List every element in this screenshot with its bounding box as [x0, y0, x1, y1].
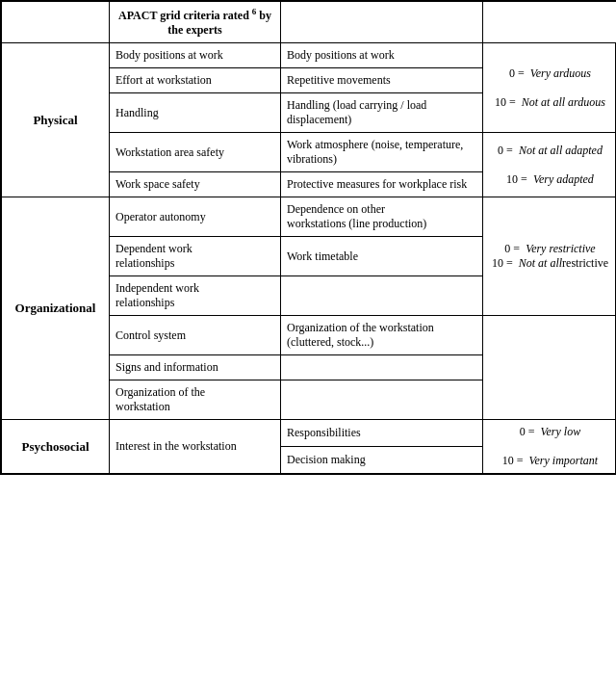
scale-value: Very adapted: [527, 172, 594, 186]
scale-value: Very arduous: [525, 66, 591, 80]
risk-cell-psychosocial: Psychosocial: [2, 420, 110, 474]
footnote-sup: 6: [252, 7, 257, 16]
types-cell: 0 = Not at all adapted10 = Very adapted: [483, 133, 617, 197]
criteria-item: Body positions at work: [281, 43, 483, 68]
scale-prefix: 0 =: [509, 66, 525, 80]
scale-prefix: 10 =: [495, 95, 516, 109]
criteria-item: Work timetable: [281, 237, 483, 276]
apact-item: Control system: [110, 316, 281, 355]
table-row: OrganizationalOperator autonomyDependenc…: [2, 197, 617, 237]
header-types: [483, 2, 617, 43]
scale-value: Not at all adapted: [513, 144, 603, 157]
criteria-item: [281, 380, 483, 420]
apact-item: Independent work relationships: [110, 276, 281, 316]
apact-item: Organization of the workstation: [110, 380, 281, 420]
apact-item: Handling: [110, 93, 281, 133]
table-row: PhysicalBody positions at workBody posit…: [2, 43, 617, 68]
risk-cell-organizational: Organizational: [2, 197, 110, 420]
types-cell: 0 = Very arduous10 = Not at all arduous: [483, 43, 617, 133]
apact-item: Body positions at work: [110, 43, 281, 68]
main-table-wrapper: APACT grid criteria rated 6 by the exper…: [0, 0, 616, 475]
criteria-item: Protective measures for workplace risk: [281, 172, 483, 197]
scale-value: Not at all arduous: [516, 95, 605, 109]
scale-prefix: 0 =: [498, 144, 513, 157]
header-risk: [2, 2, 110, 43]
apact-item: Signs and information: [110, 355, 281, 380]
types-cell: 0 = Very restrictive10 = Not at allrestr…: [483, 197, 617, 316]
scale-prefix: 10 =: [506, 172, 527, 186]
apact-item: Workstation area safety: [110, 133, 281, 172]
criteria-item: Repetitive movements: [281, 68, 483, 93]
apact-item: Work space safety: [110, 172, 281, 197]
apact-item: Interest in the workstation: [110, 420, 281, 474]
criteria-item: Decision making: [281, 447, 483, 474]
types-cell: 0 = Very low10 = Very important: [483, 420, 617, 474]
criteria-item: Responsibilities: [281, 420, 483, 447]
risk-cell-physical: Physical: [2, 43, 110, 197]
criteria-item: Organization of the workstation (clutter…: [281, 316, 483, 355]
apact-item: Dependent work relationships: [110, 237, 281, 276]
table-row: PsychosocialInterest in the workstationR…: [2, 420, 617, 447]
criteria-item: Dependence on other workstations (line p…: [281, 197, 483, 237]
apact-item: Effort at workstation: [110, 68, 281, 93]
header-apact: APACT grid criteria rated 6 by the exper…: [110, 2, 281, 43]
criteria-item: Work atmosphere (noise, temperature, vib…: [281, 133, 483, 172]
criteria-item: Handling (load carrying / load displacem…: [281, 93, 483, 133]
apact-item: Operator autonomy: [110, 197, 281, 237]
header-criteria: [281, 2, 483, 43]
header-apact-text: APACT grid criteria rated 6 by the exper…: [118, 9, 271, 37]
types-cell-empty: [483, 316, 617, 420]
criteria-item: [281, 276, 483, 316]
criteria-item: [281, 355, 483, 380]
